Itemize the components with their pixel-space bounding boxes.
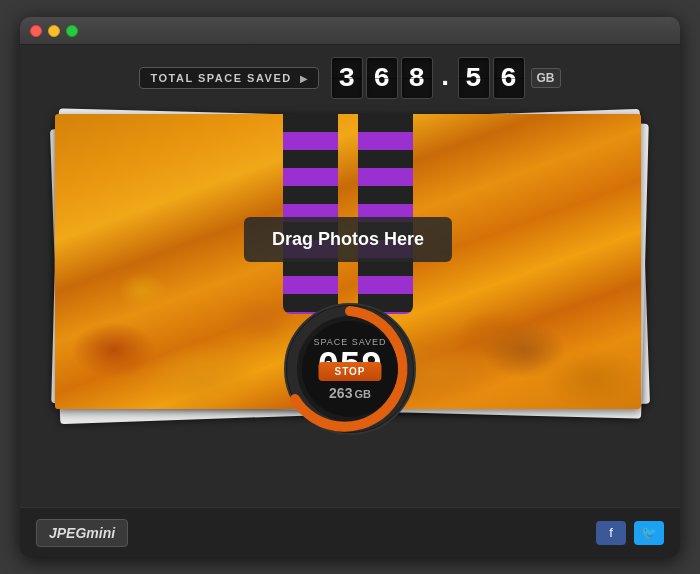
twitter-icon[interactable]: 🐦 (634, 521, 664, 545)
brand-label: JPEGmini (36, 519, 128, 547)
app-window: TOTAL SPACE SAVED ▶ 3 6 8 . 5 6 GB (20, 17, 680, 557)
total-space-text: TOTAL SPACE SAVED (150, 72, 291, 84)
gauge-sub: 263 GB (329, 385, 371, 401)
counter-digit-1: 3 (331, 57, 363, 99)
main-content: Drag Photos Here (20, 109, 680, 507)
total-space-label-container: TOTAL SPACE SAVED ▶ (139, 67, 318, 89)
left-leg-stripes (283, 114, 338, 314)
maximize-button[interactable] (66, 25, 78, 37)
gauge-unit: GB (354, 388, 371, 400)
socks-container (268, 114, 428, 314)
traffic-lights (30, 25, 78, 37)
gauge-container: SPACE SAVED 059 263 GB STOP (280, 299, 420, 439)
counter-digit-3: 8 (401, 57, 433, 99)
left-leg (283, 114, 338, 314)
right-leg-stripes (358, 114, 413, 314)
minimize-button[interactable] (48, 25, 60, 37)
counter-digit-2: 6 (366, 57, 398, 99)
header-bar: TOTAL SPACE SAVED ▶ 3 6 8 . 5 6 GB (20, 45, 680, 109)
title-bar (20, 17, 680, 45)
counter-dot: . (437, 62, 454, 99)
counter-digit-5: 6 (493, 57, 525, 99)
play-arrow-icon: ▶ (300, 73, 308, 84)
counter-display: 3 6 8 . 5 6 GB (331, 57, 561, 99)
bottom-bar: JPEGmini f 🐦 (20, 507, 680, 557)
drag-photos-button[interactable]: Drag Photos Here (244, 217, 452, 262)
photo-area[interactable]: Drag Photos Here (40, 109, 660, 429)
counter-unit: GB (531, 68, 561, 88)
close-button[interactable] (30, 25, 42, 37)
right-leg (358, 114, 413, 314)
counter-digit-4: 5 (458, 57, 490, 99)
facebook-icon[interactable]: f (596, 521, 626, 545)
gauge-fraction: 263 (329, 385, 352, 401)
stop-button[interactable]: STOP (318, 362, 381, 381)
social-icons: f 🐦 (596, 521, 664, 545)
